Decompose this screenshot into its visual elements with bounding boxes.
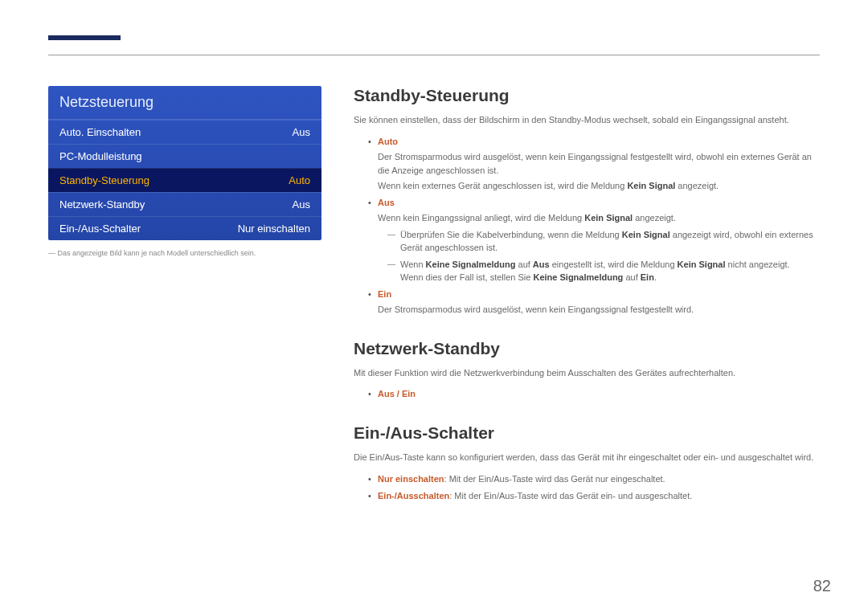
text-fragment: Wenn dies der Fall ist, stellen Sie	[400, 272, 533, 282]
option-text: Der Stromsparmodus wird ausgelöst, wenn …	[378, 303, 820, 317]
ein-label: Ein	[641, 272, 654, 282]
menu-item-auto-einschalten[interactable]: Auto. Einschalten Aus	[48, 120, 321, 144]
option-label: Aus	[378, 198, 395, 207]
text-fragment: auf	[623, 272, 640, 282]
option-label: Auto	[378, 137, 398, 146]
menu-item-value: Nur einschalten	[238, 223, 310, 235]
section-netzwerk-standby: Netzwerk-Standby Mit dieser Funktion wir…	[354, 339, 820, 402]
section-title: Ein-/Aus-Schalter	[354, 423, 820, 443]
section-intro: Sie können einstellen, dass der Bildschi…	[354, 113, 820, 127]
header-accent	[48, 35, 121, 40]
option-text: Wenn kein Eingangssignal anliegt, wird d…	[378, 211, 820, 225]
text-fragment: auf	[515, 260, 532, 269]
section-title: Standby-Steuerung	[354, 86, 820, 105]
option-ein-ausschalten: Ein-/Ausschalten: Mit der Ein/Aus-Taste …	[368, 489, 820, 503]
section-standby: Standby-Steuerung Sie können einstellen,…	[354, 86, 820, 317]
text-fragment: Überprüfen Sie die Kabelverbindung, wenn…	[400, 230, 622, 239]
content-columns: Netzsteuerung Auto. Einschalten Aus PC-M…	[48, 86, 820, 525]
option-label: Aus	[378, 389, 395, 398]
section-intro: Die Ein/Aus-Taste kann so konfiguriert w…	[354, 451, 820, 464]
option-text: : Mit der Ein/Aus-Taste wird das Gerät n…	[444, 474, 665, 484]
option-text: : Mit der Ein/Aus-Taste wird das Gerät e…	[449, 491, 692, 501]
menu-note: Das angezeigte Bild kann je nach Modell …	[48, 248, 321, 259]
menu-item-pc-modulleistung[interactable]: PC-Modulleistung	[48, 144, 321, 168]
aus-label: Aus	[533, 260, 550, 269]
kein-signal-label: Kein Signal	[622, 230, 670, 239]
menu-panel: Netzsteuerung Auto. Einschalten Aus PC-M…	[48, 86, 321, 240]
page: Netzsteuerung Auto. Einschalten Aus PC-M…	[0, 0, 868, 550]
menu-item-value: Aus	[293, 126, 310, 138]
section-intro: Mit dieser Funktion wird die Netzwerkver…	[354, 366, 820, 380]
menu-item-label: Netzwerk-Standby	[59, 198, 145, 210]
option-text: Der Stromsparmodus wird ausgelöst, wenn …	[378, 150, 820, 178]
header-rule	[48, 55, 820, 55]
text-fragment: Wenn kein Eingangssignal anliegt, wird d…	[378, 213, 584, 223]
option-separator: /	[395, 389, 402, 398]
kein-signal-label: Kein Signal	[678, 260, 726, 269]
menu-item-netzwerk-standby[interactable]: Netzwerk-Standby Aus	[48, 192, 321, 216]
option-auto: Auto Der Stromsparmodus wird ausgelöst, …	[368, 135, 820, 193]
page-number: 82	[813, 577, 831, 595]
option-nur-einschalten: Nur einschalten: Mit der Ein/Aus-Taste w…	[368, 472, 820, 486]
menu-item-label: PC-Modulleistung	[59, 150, 142, 162]
menu-item-label: Ein-/Aus-Schalter	[59, 223, 141, 235]
keine-signalmeldung-label: Keine Signalmeldung	[426, 260, 516, 269]
right-column: Standby-Steuerung Sie können einstellen,…	[354, 86, 820, 525]
option-text: Wenn kein externes Gerät angeschlossen i…	[378, 179, 820, 193]
sub-item: Wenn Keine Signalmeldung auf Aus eingest…	[387, 258, 820, 284]
section-ein-aus-schalter: Ein-/Aus-Schalter Die Ein/Aus-Taste kann…	[354, 423, 820, 503]
sub-list: Überprüfen Sie die Kabelverbindung, wenn…	[378, 228, 820, 284]
option-label: Ein	[378, 289, 391, 299]
option-list: Nur einschalten: Mit der Ein/Aus-Taste w…	[354, 472, 820, 503]
option-label: Nur einschalten	[378, 474, 444, 484]
kein-signal-label: Kein Signal	[584, 213, 633, 223]
sub-item: Überprüfen Sie die Kabelverbindung, wenn…	[387, 228, 820, 255]
option-label: Ein	[402, 389, 416, 398]
menu-item-label: Auto. Einschalten	[59, 126, 141, 138]
option-ein: Ein Der Stromsparmodus wird ausgelöst, w…	[368, 288, 820, 317]
left-column: Netzsteuerung Auto. Einschalten Aus PC-M…	[48, 86, 321, 525]
option-label: Ein-/Ausschalten	[378, 491, 449, 501]
menu-item-label: Standby-Steuerung	[59, 174, 149, 186]
option-aus: Aus Wenn kein Eingangssignal anliegt, wi…	[368, 196, 820, 284]
text-fragment: angezeigt.	[633, 213, 676, 223]
section-title: Netzwerk-Standby	[354, 339, 820, 358]
text-fragment: nicht angezeigt.	[726, 260, 790, 269]
text-fragment: angezeigt.	[675, 181, 719, 190]
menu-item-standby-steuerung[interactable]: Standby-Steuerung Auto	[48, 168, 321, 192]
text-fragment: Wenn kein externes Gerät angeschlossen i…	[378, 181, 627, 190]
menu-title: Netzsteuerung	[48, 86, 321, 120]
text-fragment: eingestellt ist, wird die Meldung	[550, 260, 678, 269]
option-list: Aus / Ein	[354, 387, 820, 401]
option-list: Auto Der Stromsparmodus wird ausgelöst, …	[354, 135, 820, 317]
kein-signal-label: Kein Signal	[627, 181, 675, 190]
option-aus-ein: Aus / Ein	[368, 387, 820, 401]
text-fragment: .	[654, 272, 657, 282]
text-fragment: Wenn	[400, 260, 426, 269]
menu-item-ein-aus-schalter[interactable]: Ein-/Aus-Schalter Nur einschalten	[48, 216, 321, 240]
keine-signalmeldung-label: Keine Signalmeldung	[533, 272, 623, 282]
menu-item-value: Aus	[293, 198, 310, 210]
menu-item-value: Auto	[289, 174, 310, 186]
